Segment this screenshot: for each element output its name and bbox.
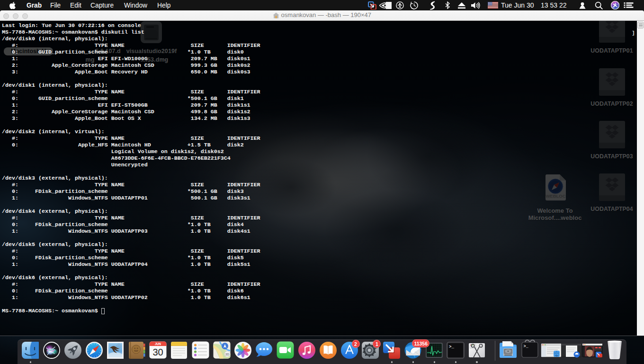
svg-text:JUN: JUN — [155, 342, 161, 346]
svg-text:3D: 3D — [225, 353, 229, 356]
svg-text:>_: >_ — [449, 345, 454, 349]
svg-text:30: 30 — [152, 347, 163, 357]
svg-text:>_: >_ — [524, 344, 529, 349]
